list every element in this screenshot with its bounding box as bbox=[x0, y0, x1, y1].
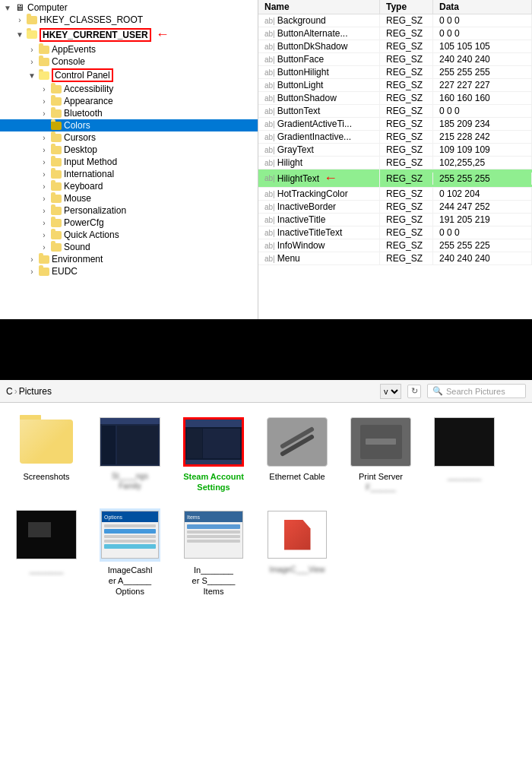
dialog-titlebar: Items bbox=[185, 511, 242, 522]
tree-item-desktop[interactable]: › Desktop bbox=[0, 144, 258, 156]
tree-item-environment[interactable]: › Environment bbox=[0, 253, 258, 265]
list-item-selected[interactable]: Steam Account Settings bbox=[179, 415, 248, 493]
tree-item-cursors[interactable]: › Cursors bbox=[0, 131, 258, 144]
tree-item-appearance[interactable]: › Appearance bbox=[0, 95, 258, 107]
table-row[interactable]: ab|GrayText REG_SZ 109 109 109 bbox=[258, 144, 532, 157]
table-row[interactable]: ab|HotTrackingColor REG_SZ 0 102 204 bbox=[258, 188, 532, 201]
list-item[interactable]: ImageC___View bbox=[263, 508, 331, 597]
tree-item-accessibility[interactable]: › Accessibility bbox=[0, 83, 258, 95]
folder-icon bbox=[50, 181, 62, 192]
tree-item-powercfg[interactable]: › PowerCfg bbox=[0, 217, 258, 229]
table-row[interactable]: ab|ButtonAlternate... REG_SZ 0 0 0 bbox=[258, 27, 532, 40]
table-row[interactable]: ab|ButtonText REG_SZ 0 0 0 bbox=[258, 105, 532, 118]
tree-item-international[interactable]: › International bbox=[0, 168, 258, 180]
value-name: ab|ButtonDkShadow bbox=[258, 40, 380, 52]
dialog-thumb: Items bbox=[184, 511, 243, 559]
dialog-line bbox=[104, 529, 156, 534]
folder-icon bbox=[50, 84, 62, 94]
tree-item-sound[interactable]: › Sound bbox=[0, 241, 258, 253]
table-row[interactable]: ab|ButtonFace REG_SZ 240 240 240 bbox=[258, 53, 532, 66]
tree-item-hkcr[interactable]: › HKEY_CLASSES_ROOT bbox=[0, 14, 258, 26]
list-item[interactable]: ________ bbox=[430, 415, 499, 493]
value-data: 191 205 219 bbox=[433, 214, 532, 226]
image-thumb bbox=[434, 417, 495, 467]
table-row[interactable]: ab|ButtonDkShadow REG_SZ 105 105 105 bbox=[258, 40, 532, 53]
table-row[interactable]: ab|InactiveBorder REG_SZ 244 247 252 bbox=[258, 201, 532, 214]
table-row[interactable]: ab|ButtonHilight REG_SZ 255 255 255 bbox=[258, 66, 532, 79]
table-row[interactable]: ab|InfoWindow REG_SZ 255 255 225 bbox=[258, 239, 532, 252]
file-thumbnail bbox=[16, 415, 77, 468]
file-label-blurred: ________ bbox=[448, 471, 482, 481]
expand-icon: › bbox=[26, 268, 38, 276]
file-thumbnail: Options bbox=[100, 508, 160, 562]
view-dropdown[interactable]: v bbox=[380, 384, 401, 399]
tree-item-bluetooth[interactable]: › Bluetooth bbox=[0, 107, 258, 119]
values-header: Name Type Data bbox=[258, 0, 532, 14]
list-item[interactable]: Print ServerF______ bbox=[347, 415, 415, 493]
table-row[interactable]: ab|Background REG_SZ 0 0 0 bbox=[258, 14, 532, 27]
arrow-icon: ← bbox=[156, 27, 169, 43]
value-name: ab|HilightText ← bbox=[258, 169, 380, 187]
value-name: ab|ButtonLight bbox=[258, 79, 380, 91]
value-type: REG_SZ bbox=[380, 226, 433, 239]
table-row[interactable]: ab|ButtonShadow REG_SZ 160 160 160 bbox=[258, 92, 532, 105]
value-type: REG_SZ bbox=[380, 214, 433, 226]
list-item[interactable]: Ethernet Cable bbox=[263, 415, 331, 493]
value-type: REG_SZ bbox=[380, 105, 433, 117]
tree-item-quickactions[interactable]: › Quick Actions bbox=[0, 229, 258, 241]
list-item[interactable]: Items In_______er S______Items bbox=[179, 508, 248, 597]
file-thumbnail bbox=[183, 415, 244, 468]
table-row[interactable]: ab|GradientInactive... REG_SZ 215 228 24… bbox=[258, 131, 532, 144]
tree-item-controlpanel[interactable]: ▼ Control Panel bbox=[0, 68, 258, 83]
tree-item-console[interactable]: › Console bbox=[0, 55, 258, 68]
table-row[interactable]: ab|InactiveTitleText REG_SZ 0 0 0 bbox=[258, 226, 532, 239]
tree-item-colors[interactable]: Colors bbox=[0, 119, 258, 131]
table-row[interactable]: ab|Hilight REG_SZ 102,255,25 bbox=[258, 157, 532, 169]
table-row[interactable]: ab|GradientActiveTi... REG_SZ 185 209 23… bbox=[258, 118, 532, 131]
file-label: Print ServerF______ bbox=[359, 471, 403, 493]
folder-icon bbox=[26, 14, 38, 25]
registry-values-pane: Name Type Data ab|Background REG_SZ 0 0 … bbox=[258, 0, 532, 319]
list-item[interactable]: ________ bbox=[12, 508, 81, 597]
registry-tree: ▼ 🖥 Computer › HKEY_CLASSES_ROOT ▼ HKEY_… bbox=[0, 0, 258, 319]
refresh-button[interactable]: ↻ bbox=[407, 385, 421, 398]
expand-icon: › bbox=[38, 219, 50, 227]
search-box[interactable]: 🔍 Search Pictures bbox=[427, 384, 526, 398]
tree-item-hkcu[interactable]: ▼ HKEY_CURRENT_USER ← bbox=[0, 26, 258, 43]
tree-item-inputmethod[interactable]: › Input Method bbox=[0, 156, 258, 168]
table-row[interactable]: ab|ButtonLight REG_SZ 227 227 227 bbox=[258, 79, 532, 92]
search-placeholder: Search Pictures bbox=[446, 387, 505, 396]
file-label: Screenshots bbox=[23, 471, 69, 482]
file-label-blurred: ImageC___View bbox=[269, 565, 325, 575]
folder-icon bbox=[50, 217, 62, 228]
value-type: REG_SZ bbox=[380, 40, 433, 52]
folder-icon bbox=[50, 193, 62, 204]
address-controls: v ↻ 🔍 Search Pictures bbox=[380, 384, 526, 399]
value-type: REG_SZ bbox=[380, 144, 433, 156]
dialog-thumb: Options bbox=[101, 511, 159, 559]
folder-icon bbox=[50, 242, 62, 252]
table-row-highlighted[interactable]: ab|HilightText ← REG_SZ 255 255 255 bbox=[258, 169, 532, 188]
list-item[interactable]: Options ImageCashler A______Options bbox=[96, 508, 164, 597]
tree-item-eudc[interactable]: › EUDC bbox=[0, 265, 258, 277]
tree-item-personalization[interactable]: › Personalization bbox=[0, 204, 258, 217]
list-item[interactable]: Screenshots bbox=[12, 415, 81, 493]
file-thumbnail bbox=[267, 508, 328, 562]
dialog-line bbox=[104, 535, 156, 538]
folder-icon bbox=[50, 205, 62, 216]
expand-icon: › bbox=[26, 255, 38, 264]
tree-item-computer[interactable]: ▼ 🖥 Computer bbox=[0, 2, 258, 14]
tree-item-appevents[interactable]: › AppEvents bbox=[0, 43, 258, 55]
expand-icon: › bbox=[38, 207, 50, 215]
list-item[interactable]: St____ngsFamily bbox=[96, 415, 164, 493]
value-data: 0 0 0 bbox=[433, 14, 532, 27]
folder-icon bbox=[38, 254, 50, 264]
tree-item-mouse[interactable]: › Mouse bbox=[0, 192, 258, 204]
value-data: 105 105 105 bbox=[433, 40, 532, 52]
expand-icon: › bbox=[38, 195, 50, 203]
table-row[interactable]: ab|Menu REG_SZ 240 240 240 bbox=[258, 252, 532, 265]
table-row[interactable]: ab|InactiveTitle REG_SZ 191 205 219 bbox=[258, 214, 532, 226]
tree-item-keyboard[interactable]: › Keyboard bbox=[0, 180, 258, 192]
dialog-line bbox=[104, 524, 156, 527]
expand-icon: › bbox=[38, 158, 50, 166]
